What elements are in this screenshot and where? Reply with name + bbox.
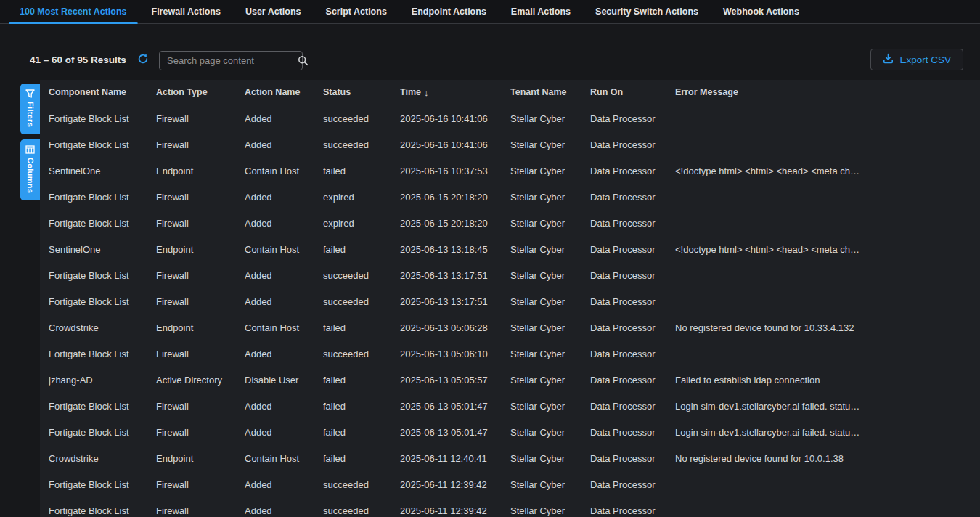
cell-time: 2025-06-16 10:37:53	[400, 166, 510, 176]
cell-run-on: Data Processor	[590, 244, 675, 255]
table-row[interactable]: Crowdstrike Endpoint Contain Host failed…	[49, 445, 980, 471]
filters-tab[interactable]: Filters	[20, 84, 40, 134]
cell-action-name: Added	[245, 479, 323, 490]
cell-tenant-name: Stellar Cyber	[510, 270, 590, 281]
cell-component-name: Crowdstrike	[49, 322, 156, 333]
cell-tenant-name: Stellar Cyber	[510, 244, 590, 255]
table-row[interactable]: Fortigate Block List Firewall Added expi…	[49, 210, 980, 236]
cell-run-on: Data Processor	[590, 166, 675, 176]
cell-run-on: Data Processor	[590, 192, 675, 203]
cell-run-on: Data Processor	[590, 113, 675, 124]
download-icon	[883, 53, 894, 66]
column-header[interactable]: Tenant Name	[510, 87, 590, 97]
column-header-label: Tenant Name	[510, 87, 567, 97]
table-row[interactable]: Fortigate Block List Firewall Added fail…	[49, 419, 980, 445]
column-header[interactable]: Error Message	[675, 87, 980, 97]
table-row[interactable]: Fortigate Block List Firewall Added succ…	[49, 341, 980, 367]
table-row[interactable]: Fortigate Block List Firewall Added succ…	[49, 131, 980, 158]
cell-component-name: SentinelOne	[49, 244, 156, 255]
sort-descending-icon: ↓	[424, 87, 429, 98]
tab-item[interactable]: Endpoint Actions	[399, 0, 499, 23]
search-input[interactable]	[160, 52, 298, 70]
refresh-button[interactable]	[136, 54, 150, 67]
cell-component-name: jzhang-AD	[49, 375, 156, 386]
cell-tenant-name: Stellar Cyber	[510, 113, 590, 124]
cell-action-type: Firewall	[156, 349, 245, 359]
search-icon[interactable]	[298, 55, 309, 66]
cell-time: 2025-06-11 12:39:42	[400, 505, 510, 516]
cell-status: succeeded	[323, 505, 400, 516]
columns-tab[interactable]: Columns	[20, 139, 40, 200]
cell-action-type: Firewall	[156, 192, 245, 203]
cell-action-name: Added	[245, 192, 323, 203]
cell-time: 2025-06-13 13:17:51	[400, 270, 510, 281]
column-header[interactable]: Action Type	[156, 87, 245, 97]
cell-time: 2025-06-15 20:18:20	[400, 218, 510, 229]
cell-action-name: Contain Host	[245, 166, 323, 176]
table-row[interactable]: jzhang-AD Active Directory Disable User …	[49, 367, 980, 393]
cell-action-name: Added	[245, 505, 323, 516]
column-header[interactable]: Status	[323, 87, 400, 97]
cell-status: succeeded	[323, 296, 400, 307]
cell-component-name: Fortigate Block List	[49, 270, 156, 281]
cell-action-name: Added	[245, 139, 323, 150]
search-box	[159, 51, 303, 70]
cell-component-name: Fortigate Block List	[49, 505, 156, 516]
cell-time: 2025-06-13 05:06:28	[400, 322, 510, 333]
cell-action-type: Firewall	[156, 296, 245, 307]
column-header[interactable]: Component Name	[49, 87, 156, 97]
cell-run-on: Data Processor	[590, 218, 675, 229]
cell-action-type: Firewall	[156, 401, 245, 412]
table-header-row: Component Name Action Type Action Name S…	[49, 80, 980, 105]
tab-item[interactable]: Script Actions	[314, 0, 399, 23]
cell-action-type: Active Directory	[156, 375, 245, 386]
tab-item[interactable]: 100 Most Recent Actions	[7, 0, 139, 23]
table-row[interactable]: Fortigate Block List Firewall Added succ…	[49, 497, 980, 517]
cell-action-type: Endpoint	[156, 244, 245, 255]
cell-status: succeeded	[323, 349, 400, 359]
refresh-icon	[137, 53, 149, 68]
cell-error-message: Login sim-dev1.stellarcyber.ai failed. s…	[675, 401, 980, 412]
column-header-label: Action Type	[156, 87, 208, 97]
actions-table: Component Name Action Type Action Name S…	[40, 80, 980, 517]
table-row[interactable]: Fortigate Block List Firewall Added succ…	[49, 105, 980, 131]
cell-time: 2025-06-13 05:06:10	[400, 349, 510, 359]
cell-error-message: <!doctype html> <html> <head> <meta ch…	[675, 166, 980, 176]
cell-action-name: Added	[245, 218, 323, 229]
table-row[interactable]: Fortigate Block List Firewall Added expi…	[49, 184, 980, 210]
table-row[interactable]: Fortigate Block List Firewall Added fail…	[49, 393, 980, 419]
table-row[interactable]: Fortigate Block List Firewall Added succ…	[49, 288, 980, 314]
cell-action-name: Added	[245, 270, 323, 281]
cell-status: failed	[323, 427, 400, 438]
tab-item[interactable]: Webhook Actions	[711, 0, 812, 23]
cell-run-on: Data Processor	[590, 479, 675, 490]
cell-status: succeeded	[323, 479, 400, 490]
table-row[interactable]: SentinelOne Endpoint Contain Host failed…	[49, 236, 980, 262]
tab-item[interactable]: Firewall Actions	[139, 0, 233, 23]
cell-time: 2025-06-16 10:41:06	[400, 139, 510, 150]
export-csv-button[interactable]: Export CSV	[870, 49, 963, 70]
cell-status: failed	[323, 401, 400, 412]
cell-error-message: Login sim-dev1.stellarcyber.ai failed. s…	[675, 427, 980, 438]
table-row[interactable]: Fortigate Block List Firewall Added succ…	[49, 262, 980, 288]
cell-component-name: Fortigate Block List	[49, 427, 156, 438]
tab-item[interactable]: User Actions	[233, 0, 314, 23]
cell-status: expired	[323, 192, 400, 203]
cell-error-message: No registered device found for 10.0.1.38	[675, 453, 980, 464]
cell-time: 2025-06-16 10:41:06	[400, 113, 510, 124]
tab-item[interactable]: Email Actions	[499, 0, 583, 23]
table-row[interactable]: SentinelOne Endpoint Contain Host failed…	[49, 158, 980, 184]
column-header[interactable]: Run On	[590, 87, 675, 97]
cell-action-name: Added	[245, 401, 323, 412]
cell-status: failed	[323, 244, 400, 255]
cell-action-name: Added	[245, 296, 323, 307]
table-row[interactable]: Fortigate Block List Firewall Added succ…	[49, 471, 980, 497]
cell-status: succeeded	[323, 270, 400, 281]
column-header[interactable]: Time ↓	[400, 87, 510, 98]
cell-component-name: Fortigate Block List	[49, 401, 156, 412]
table-row[interactable]: Crowdstrike Endpoint Contain Host failed…	[49, 314, 980, 341]
cell-action-type: Firewall	[156, 505, 245, 516]
column-header[interactable]: Action Name	[245, 87, 323, 97]
tab-item[interactable]: Security Switch Actions	[583, 0, 711, 23]
cell-run-on: Data Processor	[590, 270, 675, 281]
